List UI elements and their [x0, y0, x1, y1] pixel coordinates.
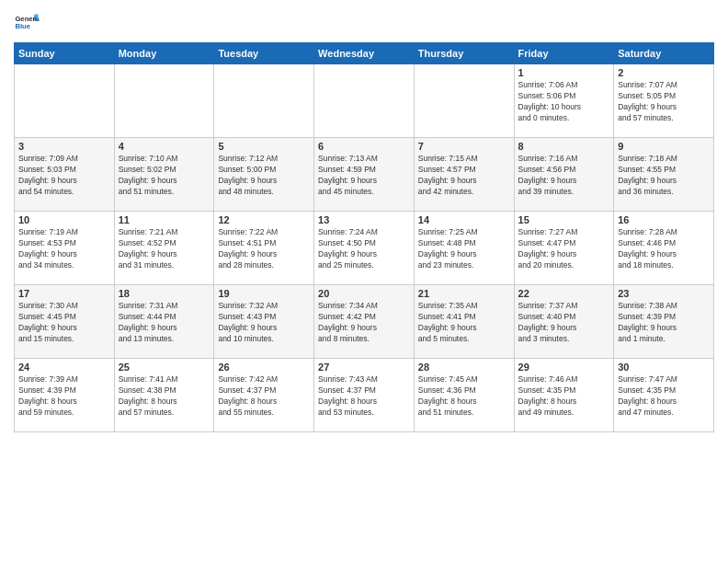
- day-info: Sunrise: 7:15 AM Sunset: 4:57 PM Dayligh…: [418, 154, 510, 198]
- day-info: Sunrise: 7:24 AM Sunset: 4:50 PM Dayligh…: [318, 227, 410, 271]
- day-cell: 28Sunrise: 7:45 AM Sunset: 4:36 PM Dayli…: [414, 359, 514, 432]
- day-cell: 9Sunrise: 7:18 AM Sunset: 4:55 PM Daylig…: [614, 138, 714, 212]
- day-number: 16: [618, 214, 710, 225]
- week-row-3: 10Sunrise: 7:19 AM Sunset: 4:53 PM Dayli…: [15, 212, 714, 285]
- day-info: Sunrise: 7:19 AM Sunset: 4:53 PM Dayligh…: [18, 227, 110, 271]
- day-cell: 3Sunrise: 7:09 AM Sunset: 5:03 PM Daylig…: [15, 138, 115, 212]
- day-number: 20: [318, 288, 410, 299]
- day-info: Sunrise: 7:09 AM Sunset: 5:03 PM Dayligh…: [18, 154, 110, 198]
- day-info: Sunrise: 7:28 AM Sunset: 4:46 PM Dayligh…: [618, 227, 710, 271]
- day-cell: 6Sunrise: 7:13 AM Sunset: 4:59 PM Daylig…: [314, 138, 415, 212]
- day-number: 23: [618, 288, 710, 299]
- day-cell: 20Sunrise: 7:34 AM Sunset: 4:42 PM Dayli…: [314, 285, 415, 359]
- day-number: 2: [618, 67, 710, 78]
- day-cell: 13Sunrise: 7:24 AM Sunset: 4:50 PM Dayli…: [314, 212, 415, 285]
- day-info: Sunrise: 7:30 AM Sunset: 4:45 PM Dayligh…: [18, 301, 110, 345]
- header-row: Sunday Monday Tuesday Wednesday Thursday…: [15, 43, 714, 64]
- day-number: 8: [518, 141, 610, 152]
- day-info: Sunrise: 7:16 AM Sunset: 4:56 PM Dayligh…: [518, 154, 610, 198]
- day-number: 29: [518, 362, 610, 373]
- day-number: 4: [119, 141, 210, 152]
- day-cell: 2Sunrise: 7:07 AM Sunset: 5:05 PM Daylig…: [614, 64, 714, 138]
- day-number: 26: [218, 362, 310, 373]
- logo: General Blue: [14, 9, 40, 35]
- day-info: Sunrise: 7:10 AM Sunset: 5:02 PM Dayligh…: [119, 154, 210, 198]
- day-info: Sunrise: 7:06 AM Sunset: 5:06 PM Dayligh…: [518, 80, 610, 124]
- calendar-table: Sunday Monday Tuesday Wednesday Thursday…: [14, 42, 714, 432]
- day-cell: 8Sunrise: 7:16 AM Sunset: 4:56 PM Daylig…: [514, 138, 614, 212]
- day-info: Sunrise: 7:27 AM Sunset: 4:47 PM Dayligh…: [518, 227, 610, 271]
- day-number: 24: [18, 362, 110, 373]
- day-number: 21: [418, 288, 510, 299]
- day-info: Sunrise: 7:34 AM Sunset: 4:42 PM Dayligh…: [318, 301, 410, 345]
- day-number: 22: [518, 288, 610, 299]
- day-number: 30: [618, 362, 710, 373]
- day-info: Sunrise: 7:22 AM Sunset: 4:51 PM Dayligh…: [218, 227, 310, 271]
- page-container: General Blue Sunday Monday Tuesday Wedne…: [0, 0, 728, 440]
- day-number: 3: [18, 141, 110, 152]
- day-info: Sunrise: 7:45 AM Sunset: 4:36 PM Dayligh…: [418, 374, 510, 419]
- day-cell: 30Sunrise: 7:47 AM Sunset: 4:35 PM Dayli…: [614, 359, 714, 432]
- day-info: Sunrise: 7:35 AM Sunset: 4:41 PM Dayligh…: [418, 301, 510, 345]
- day-number: 28: [418, 362, 510, 373]
- day-info: Sunrise: 7:07 AM Sunset: 5:05 PM Dayligh…: [618, 80, 710, 124]
- day-number: 6: [318, 141, 410, 152]
- day-number: 27: [318, 362, 410, 373]
- day-info: Sunrise: 7:21 AM Sunset: 4:52 PM Dayligh…: [119, 227, 210, 271]
- day-info: Sunrise: 7:32 AM Sunset: 4:43 PM Dayligh…: [218, 301, 310, 345]
- day-cell: 5Sunrise: 7:12 AM Sunset: 5:00 PM Daylig…: [214, 138, 314, 212]
- day-number: 5: [218, 141, 310, 152]
- logo-icon: General Blue: [14, 9, 40, 35]
- day-info: Sunrise: 7:13 AM Sunset: 4:59 PM Dayligh…: [318, 154, 410, 198]
- day-info: Sunrise: 7:25 AM Sunset: 4:48 PM Dayligh…: [418, 227, 510, 271]
- day-cell: [414, 64, 514, 138]
- day-number: 13: [318, 214, 410, 225]
- day-number: 17: [18, 288, 110, 299]
- day-cell: 7Sunrise: 7:15 AM Sunset: 4:57 PM Daylig…: [414, 138, 514, 212]
- day-info: Sunrise: 7:46 AM Sunset: 4:35 PM Dayligh…: [518, 374, 610, 419]
- day-number: 7: [418, 141, 510, 152]
- col-sunday: Sunday: [15, 43, 115, 64]
- day-cell: 4Sunrise: 7:10 AM Sunset: 5:02 PM Daylig…: [114, 138, 214, 212]
- day-info: Sunrise: 7:37 AM Sunset: 4:40 PM Dayligh…: [518, 301, 610, 345]
- col-saturday: Saturday: [614, 43, 714, 64]
- col-thursday: Thursday: [414, 43, 514, 64]
- page-header: General Blue: [14, 9, 714, 35]
- day-cell: 14Sunrise: 7:25 AM Sunset: 4:48 PM Dayli…: [414, 212, 514, 285]
- day-cell: 10Sunrise: 7:19 AM Sunset: 4:53 PM Dayli…: [15, 212, 115, 285]
- day-number: 12: [218, 214, 310, 225]
- week-row-4: 17Sunrise: 7:30 AM Sunset: 4:45 PM Dayli…: [15, 285, 714, 359]
- day-cell: 24Sunrise: 7:39 AM Sunset: 4:39 PM Dayli…: [15, 359, 115, 432]
- day-info: Sunrise: 7:18 AM Sunset: 4:55 PM Dayligh…: [618, 154, 710, 198]
- day-cell: 21Sunrise: 7:35 AM Sunset: 4:41 PM Dayli…: [414, 285, 514, 359]
- col-tuesday: Tuesday: [214, 43, 314, 64]
- day-cell: [314, 64, 415, 138]
- day-cell: 15Sunrise: 7:27 AM Sunset: 4:47 PM Dayli…: [514, 212, 614, 285]
- day-number: 14: [418, 214, 510, 225]
- day-cell: 23Sunrise: 7:38 AM Sunset: 4:39 PM Dayli…: [614, 285, 714, 359]
- day-info: Sunrise: 7:42 AM Sunset: 4:37 PM Dayligh…: [218, 374, 310, 419]
- day-number: 11: [119, 214, 210, 225]
- week-row-1: 1Sunrise: 7:06 AM Sunset: 5:06 PM Daylig…: [15, 64, 714, 138]
- day-number: 19: [218, 288, 310, 299]
- day-cell: 17Sunrise: 7:30 AM Sunset: 4:45 PM Dayli…: [15, 285, 115, 359]
- col-monday: Monday: [114, 43, 214, 64]
- week-row-2: 3Sunrise: 7:09 AM Sunset: 5:03 PM Daylig…: [15, 138, 714, 212]
- day-info: Sunrise: 7:43 AM Sunset: 4:37 PM Dayligh…: [318, 374, 410, 419]
- day-cell: [15, 64, 115, 138]
- day-cell: 18Sunrise: 7:31 AM Sunset: 4:44 PM Dayli…: [114, 285, 214, 359]
- day-number: 18: [119, 288, 210, 299]
- day-number: 10: [18, 214, 110, 225]
- week-row-5: 24Sunrise: 7:39 AM Sunset: 4:39 PM Dayli…: [15, 359, 714, 432]
- day-info: Sunrise: 7:47 AM Sunset: 4:35 PM Dayligh…: [618, 374, 710, 419]
- day-info: Sunrise: 7:41 AM Sunset: 4:38 PM Dayligh…: [119, 374, 210, 419]
- day-number: 25: [119, 362, 210, 373]
- day-cell: 19Sunrise: 7:32 AM Sunset: 4:43 PM Dayli…: [214, 285, 314, 359]
- day-cell: 25Sunrise: 7:41 AM Sunset: 4:38 PM Dayli…: [114, 359, 214, 432]
- svg-text:Blue: Blue: [15, 22, 30, 30]
- day-number: 9: [618, 141, 710, 152]
- day-cell: 11Sunrise: 7:21 AM Sunset: 4:52 PM Dayli…: [114, 212, 214, 285]
- day-cell: 29Sunrise: 7:46 AM Sunset: 4:35 PM Dayli…: [514, 359, 614, 432]
- day-cell: 16Sunrise: 7:28 AM Sunset: 4:46 PM Dayli…: [614, 212, 714, 285]
- day-number: 1: [518, 67, 610, 78]
